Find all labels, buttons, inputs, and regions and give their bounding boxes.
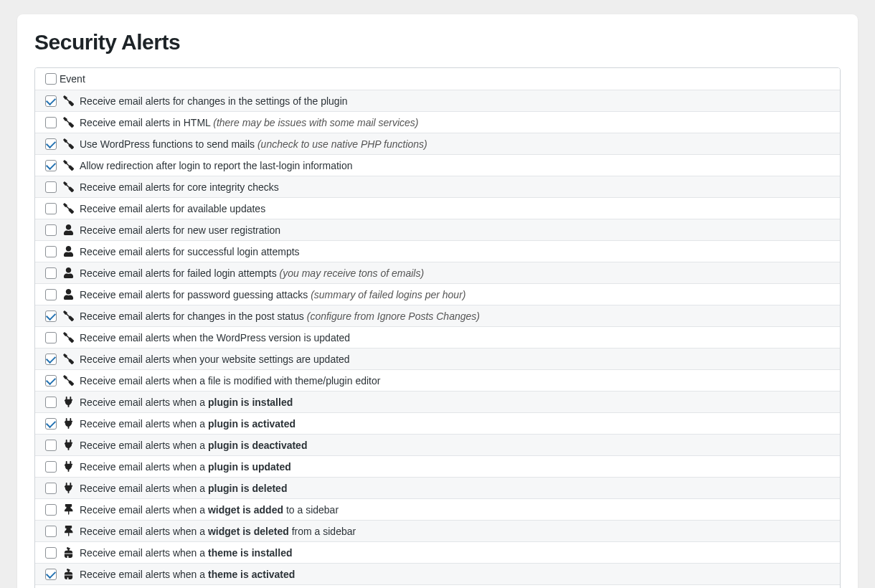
alert-row: Use WordPress functions to send mails (u… bbox=[35, 133, 840, 154]
alert-row: Receive email alerts when the WordPress … bbox=[35, 326, 840, 348]
wrench-icon bbox=[63, 332, 74, 343]
alert-row: Receive email alerts when a plugin is ac… bbox=[35, 412, 840, 434]
alert-label: Receive email alerts when a file is modi… bbox=[77, 375, 833, 387]
alert-checkbox[interactable] bbox=[45, 569, 57, 580]
alert-checkbox[interactable] bbox=[45, 160, 57, 171]
alert-row: Receive email alerts when a plugin is de… bbox=[35, 434, 840, 455]
alert-checkbox[interactable] bbox=[45, 267, 57, 279]
plug-icon bbox=[63, 440, 74, 450]
plug-icon bbox=[63, 397, 74, 407]
alert-row: Receive email alerts for changes in the … bbox=[35, 90, 840, 111]
alert-label: Receive email alerts for changes in the … bbox=[77, 95, 833, 107]
alert-row: Receive email alerts for successful logi… bbox=[35, 240, 840, 262]
alert-checkbox[interactable] bbox=[45, 117, 57, 128]
alert-label: Receive email alerts when your website s… bbox=[77, 354, 833, 365]
alert-row: Receive email alerts in HTML (there may … bbox=[35, 111, 840, 133]
pin-icon bbox=[63, 504, 74, 515]
brush-icon bbox=[63, 547, 74, 558]
brush-icon bbox=[63, 569, 74, 579]
alert-checkbox[interactable] bbox=[45, 95, 57, 107]
alert-label: Receive email alerts when a plugin is in… bbox=[77, 397, 833, 408]
plug-icon bbox=[63, 483, 74, 493]
page-title: Security Alerts bbox=[34, 30, 841, 54]
wrench-icon bbox=[63, 138, 74, 149]
alert-label: Receive email alerts for new user regist… bbox=[77, 224, 833, 236]
alert-checkbox[interactable] bbox=[45, 181, 57, 193]
alert-checkbox[interactable] bbox=[45, 310, 57, 322]
pin-icon bbox=[63, 526, 74, 536]
alert-label: Receive email alerts when a plugin is up… bbox=[77, 461, 833, 473]
alert-checkbox[interactable] bbox=[45, 332, 57, 343]
alert-row: Receive email alerts for changes in the … bbox=[35, 305, 840, 326]
alert-row: Receive email alerts when a theme is act… bbox=[35, 563, 840, 584]
alert-row: Receive email alerts when a plugin is up… bbox=[35, 455, 840, 477]
alert-label: Allow redirection after login to report … bbox=[77, 160, 833, 171]
alert-row: Allow redirection after login to report … bbox=[35, 154, 840, 176]
plug-icon bbox=[63, 418, 74, 429]
user-icon bbox=[63, 246, 74, 257]
alert-checkbox[interactable] bbox=[45, 418, 57, 430]
alert-checkbox[interactable] bbox=[45, 397, 57, 408]
column-header-event: Event bbox=[60, 73, 833, 85]
alert-row: Receive email alerts for core integrity … bbox=[35, 176, 840, 197]
plug-icon bbox=[63, 461, 74, 472]
alert-checkbox[interactable] bbox=[45, 138, 57, 150]
alert-label: Receive email alerts when a theme is ins… bbox=[77, 547, 833, 559]
alert-label: Receive email alerts when a plugin is ac… bbox=[77, 418, 833, 430]
alert-label: Receive email alerts for password guessi… bbox=[77, 289, 833, 300]
alert-label: Receive email alerts for failed login at… bbox=[77, 267, 833, 279]
alert-checkbox[interactable] bbox=[45, 526, 57, 537]
alert-checkbox[interactable] bbox=[45, 504, 57, 516]
alert-checkbox[interactable] bbox=[45, 224, 57, 236]
alert-label: Receive email alerts when a plugin is de… bbox=[77, 483, 833, 494]
alert-label: Receive email alerts when a widget is ad… bbox=[77, 504, 833, 516]
wrench-icon bbox=[63, 203, 74, 214]
alert-row: Receive email alerts for available updat… bbox=[35, 197, 840, 219]
select-all-checkbox[interactable] bbox=[45, 73, 57, 85]
alert-label: Receive email alerts when a widget is de… bbox=[77, 526, 833, 537]
alerts-table: EventReceive email alerts for changes in… bbox=[34, 67, 841, 588]
alert-checkbox[interactable] bbox=[45, 440, 57, 451]
wrench-icon bbox=[63, 117, 74, 128]
alert-row: Receive email alerts for new user regist… bbox=[35, 219, 840, 240]
alert-row: Receive email alerts when a widget is ad… bbox=[35, 498, 840, 520]
alert-row: Receive email alerts when a file is modi… bbox=[35, 369, 840, 391]
wrench-icon bbox=[63, 95, 74, 106]
alert-label: Receive email alerts for changes in the … bbox=[77, 310, 833, 322]
table-header-row: Event bbox=[35, 68, 840, 90]
wrench-icon bbox=[63, 354, 74, 364]
alert-checkbox[interactable] bbox=[45, 547, 57, 559]
alert-label: Receive email alerts for core integrity … bbox=[77, 181, 833, 193]
user-icon bbox=[63, 289, 74, 300]
alert-row: Receive email alerts for password guessi… bbox=[35, 283, 840, 305]
alert-label: Receive email alerts when a plugin is de… bbox=[77, 440, 833, 451]
alert-row: Receive email alerts for failed login at… bbox=[35, 262, 840, 283]
alert-checkbox[interactable] bbox=[45, 354, 57, 365]
alert-checkbox[interactable] bbox=[45, 203, 57, 214]
alert-row: Receive email alerts when a plugin is in… bbox=[35, 391, 840, 412]
alert-row: Receive email alerts when your website s… bbox=[35, 348, 840, 369]
wrench-icon bbox=[63, 375, 74, 386]
alert-label: Receive email alerts in HTML (there may … bbox=[77, 117, 833, 128]
alert-label: Receive email alerts when a theme is act… bbox=[77, 569, 833, 580]
alert-row: Receive email alerts when a theme is ins… bbox=[35, 541, 840, 563]
alert-row: Receive email alerts when a plugin is de… bbox=[35, 477, 840, 498]
alert-checkbox[interactable] bbox=[45, 461, 57, 473]
wrench-icon bbox=[63, 310, 74, 321]
wrench-icon bbox=[63, 181, 74, 192]
alert-label: Receive email alerts for successful logi… bbox=[77, 246, 833, 257]
alert-checkbox[interactable] bbox=[45, 375, 57, 387]
alert-label: Receive email alerts when the WordPress … bbox=[77, 332, 833, 343]
alert-checkbox[interactable] bbox=[45, 246, 57, 257]
alert-row: Receive email alerts when a theme is upd… bbox=[35, 584, 840, 588]
user-icon bbox=[63, 224, 74, 235]
alert-label: Receive email alerts for available updat… bbox=[77, 203, 833, 214]
alert-checkbox[interactable] bbox=[45, 289, 57, 300]
wrench-icon bbox=[63, 160, 74, 171]
user-icon bbox=[63, 267, 74, 278]
alert-checkbox[interactable] bbox=[45, 483, 57, 494]
alert-row: Receive email alerts when a widget is de… bbox=[35, 520, 840, 541]
alert-label: Use WordPress functions to send mails (u… bbox=[77, 138, 833, 150]
